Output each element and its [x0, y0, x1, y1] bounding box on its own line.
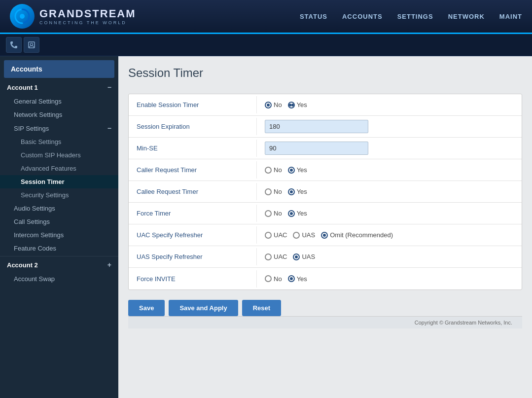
logo-area: GRANDSTREAM CONNECTING THE WORLD [10, 4, 136, 29]
account1-label: Account 1 [7, 84, 38, 91]
reset-button[interactable]: Reset [242, 300, 281, 316]
account2-label: Account 2 [7, 261, 38, 269]
control-uas-specify-refresher: UAC UAS [257, 249, 522, 264]
radio-enable-session-timer-yes[interactable]: Yes [288, 101, 307, 109]
radio-enable-session-timer-no[interactable]: No [265, 101, 282, 109]
radio-uac-uas-circle [293, 232, 300, 239]
nav-accounts[interactable]: ACCOUNTS [342, 10, 383, 23]
input-session-expiration[interactable] [265, 120, 368, 133]
logo-text: GRANDSTREAM CONNECTING THE WORLD [39, 7, 136, 25]
radio-uac-omit[interactable]: Omit (Recommended) [321, 231, 393, 239]
control-force-timer: No Yes [257, 206, 522, 221]
label-force-timer: Force Timer [129, 205, 257, 222]
label-uac-specify-refresher: UAC Specify Refresher [129, 226, 257, 244]
sidebar-header: Accounts [4, 60, 114, 78]
label-force-invite: Force INVITE [129, 270, 257, 288]
save-apply-button[interactable]: Save and Apply [169, 300, 238, 316]
label-enable-session-timer: Enable Session Timer [129, 96, 257, 113]
account2-expand-icon: + [107, 261, 111, 269]
radio-callee-no[interactable]: No [265, 188, 282, 195]
sip-settings-collapse-icon: − [107, 124, 111, 132]
control-uac-specify-refresher: UAC UAS Omit (Recommended) [257, 227, 522, 243]
sidebar-item-feature-codes[interactable]: Feature Codes [0, 242, 118, 255]
radio-uac-uac-circle [265, 232, 272, 239]
radio-force-no[interactable]: No [265, 210, 282, 217]
sidebar-item-account-swap[interactable]: Account Swap [0, 272, 118, 286]
radio-uac-uac[interactable]: UAC [265, 231, 287, 239]
radio-caller-no[interactable]: No [265, 166, 282, 174]
footer: Copyright © Grandstream Networks, Inc. [128, 316, 522, 328]
nav-status[interactable]: STATUS [300, 10, 327, 23]
radio-callee-yes-circle [288, 188, 295, 195]
radio-uac-omit-circle [321, 232, 328, 239]
label-callee-request-timer: Callee Request Timer [129, 183, 257, 200]
sidebar-item-session-timer[interactable]: Session Timer [0, 175, 118, 188]
nav-settings[interactable]: SETTINGS [397, 10, 433, 23]
radio-yes-circle [288, 102, 295, 109]
contact-icon-btn[interactable] [24, 37, 39, 53]
radio-no-circle [265, 102, 272, 109]
radio-uas-uas-circle [293, 253, 300, 260]
control-enable-session-timer: No Yes [257, 97, 522, 112]
row-enable-session-timer: Enable Session Timer No Yes [129, 94, 522, 116]
svg-point-0 [20, 14, 25, 19]
radio-force-yes-circle [288, 210, 295, 217]
radio-force-invite-no-circle [265, 275, 272, 282]
tagline: CONNECTING THE WORLD [39, 20, 136, 25]
radio-force-invite-yes[interactable]: Yes [288, 275, 307, 283]
account1-collapse-icon: − [107, 83, 111, 91]
sidebar-item-advanced-features[interactable]: Advanced Features [0, 162, 118, 175]
control-caller-request-timer: No Yes [257, 162, 522, 178]
icon-bar [0, 34, 532, 56]
radio-force-yes[interactable]: Yes [288, 210, 307, 217]
radio-callee-yes[interactable]: Yes [288, 188, 307, 195]
sidebar-item-basic-settings[interactable]: Basic Settings [0, 135, 118, 148]
nav-maint[interactable]: MAINT [499, 10, 522, 23]
radio-force-no-circle [265, 210, 272, 217]
radio-uas-uac-circle [265, 253, 272, 260]
label-min-se: Min-SE [129, 140, 257, 157]
svg-point-2 [31, 43, 33, 46]
control-min-se [257, 138, 522, 159]
radio-caller-no-circle [265, 167, 272, 174]
radio-force-invite-yes-circle [288, 275, 295, 282]
btn-row: Save Save and Apply Reset [128, 300, 522, 316]
row-caller-request-timer: Caller Request Timer No Yes [129, 159, 522, 181]
sidebar-item-security-settings[interactable]: Security Settings [0, 188, 118, 202]
row-force-invite: Force INVITE No Yes [129, 268, 522, 289]
sidebar-item-network-settings[interactable]: Network Settings [0, 108, 118, 121]
sidebar-item-general-settings[interactable]: General Settings [0, 95, 118, 108]
save-button[interactable]: Save [128, 300, 165, 316]
page-title: Session Timer [128, 66, 522, 84]
radio-uas-uas[interactable]: UAS [293, 253, 315, 260]
radio-caller-yes-circle [288, 167, 295, 174]
sidebar-item-account2[interactable]: Account 2 + [0, 257, 118, 272]
brand-name: GRANDSTREAM [39, 7, 136, 20]
row-session-expiration: Session Expiration [129, 116, 522, 138]
sidebar-item-audio-settings[interactable]: Audio Settings [0, 202, 118, 215]
label-uas-specify-refresher: UAS Specify Refresher [129, 248, 257, 265]
sidebar-item-sip-settings[interactable]: SIP Settings − [0, 121, 118, 135]
input-min-se[interactable] [265, 142, 368, 155]
nav-network[interactable]: NETWORK [448, 10, 485, 23]
label-caller-request-timer: Caller Request Timer [129, 161, 257, 179]
row-min-se: Min-SE [129, 138, 522, 159]
phone-icon-btn[interactable] [6, 37, 22, 53]
top-bar: GRANDSTREAM CONNECTING THE WORLD STATUS … [0, 0, 532, 34]
nav-menu: STATUS ACCOUNTS SETTINGS NETWORK MAINT [300, 10, 522, 23]
control-callee-request-timer: No Yes [257, 184, 522, 199]
radio-uac-uas[interactable]: UAS [293, 231, 315, 239]
sidebar-item-account1[interactable]: Account 1 − [0, 80, 118, 95]
content-area: Session Timer Enable Session Timer No [118, 56, 532, 398]
radio-force-invite-no[interactable]: No [265, 275, 282, 283]
logo-icon [10, 4, 35, 29]
label-session-expiration: Session Expiration [129, 118, 257, 135]
radio-uas-uac[interactable]: UAC [265, 253, 287, 260]
radio-caller-yes[interactable]: Yes [288, 166, 307, 174]
sidebar-item-custom-sip-headers[interactable]: Custom SIP Headers [0, 148, 118, 162]
row-uac-specify-refresher: UAC Specify Refresher UAC UAS Omi [129, 224, 522, 246]
sidebar-item-call-settings[interactable]: Call Settings [0, 215, 118, 228]
row-uas-specify-refresher: UAS Specify Refresher UAC UAS [129, 246, 522, 268]
sidebar: Accounts Account 1 − General Settings Ne… [0, 56, 118, 398]
sidebar-item-intercom-settings[interactable]: Intercom Settings [0, 228, 118, 242]
